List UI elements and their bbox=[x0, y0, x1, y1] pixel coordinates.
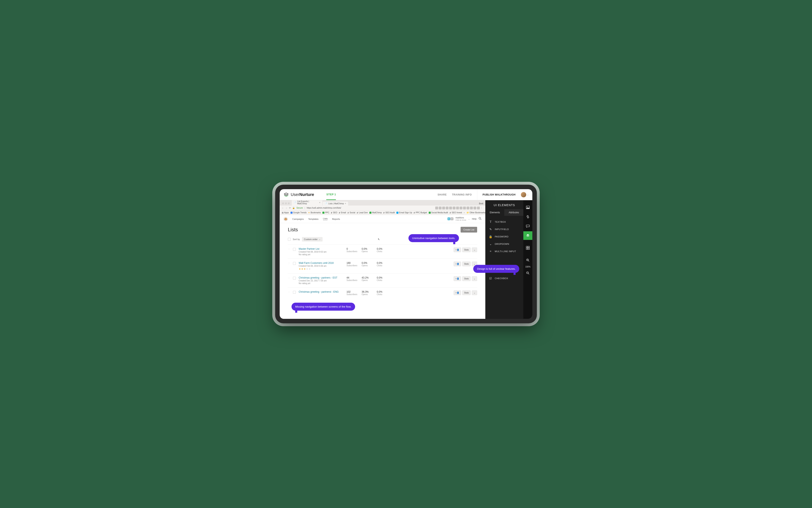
bookmark-item[interactable]: Email Sign Up bbox=[396, 211, 412, 214]
nav-lists[interactable]: Lists bbox=[323, 217, 328, 221]
row-menu-button[interactable]: ⌄ bbox=[472, 248, 477, 252]
sort-dropdown[interactable]: Custom order⌄ bbox=[302, 237, 323, 242]
extension-icon[interactable] bbox=[459, 207, 462, 209]
element-password[interactable]: 🔒PASSWORD bbox=[485, 233, 523, 240]
row-menu-button[interactable]: ⌄ bbox=[472, 276, 477, 281]
rail-zoom-in-icon[interactable] bbox=[523, 256, 532, 264]
row-checkbox[interactable] bbox=[293, 291, 296, 294]
drag-handle-icon[interactable]: ⋮ bbox=[288, 262, 290, 265]
menu-icon[interactable]: ⋮ bbox=[481, 207, 483, 209]
add-user-button[interactable]: +👤 bbox=[454, 276, 461, 281]
url-text[interactable]: https://us6.admin.mailchimp.com/lists/ bbox=[307, 207, 341, 209]
browser-tab-1[interactable]: 📄List Exports | MailChimp× bbox=[292, 200, 322, 206]
training-info-link[interactable]: TRAINING INFO bbox=[452, 193, 472, 196]
row-checkbox[interactable] bbox=[293, 262, 296, 265]
bookmark-other[interactable]: 📁Other Bookmarks bbox=[466, 211, 485, 214]
mailchimp-logo[interactable]: 🐵 bbox=[283, 217, 288, 221]
notification-badge[interactable]: 6M bbox=[448, 217, 454, 220]
bookmark-item[interactable]: FLead Gen bbox=[357, 211, 368, 214]
tab-attributes[interactable]: Attributes bbox=[504, 209, 523, 216]
extension-icon[interactable] bbox=[439, 207, 442, 209]
drag-handle-icon[interactable]: ⋮ bbox=[288, 276, 290, 279]
publish-button[interactable]: PUBLISH WALKTHROUGH bbox=[477, 189, 516, 200]
drag-handle-icon[interactable]: ⋮ bbox=[288, 290, 290, 293]
extension-icon[interactable] bbox=[466, 207, 469, 209]
bookmark-item[interactable]: MailChimp bbox=[369, 211, 382, 214]
nav-reports[interactable]: Reports bbox=[332, 218, 340, 220]
stats-button[interactable]: Stats bbox=[462, 262, 470, 266]
forward-icon[interactable]: → bbox=[285, 207, 287, 209]
bookmark-item[interactable]: Social Media Audit bbox=[429, 211, 448, 214]
close-icon[interactable]: × bbox=[319, 202, 320, 204]
nav-help[interactable]: Help bbox=[472, 218, 477, 220]
stats-button[interactable]: Stats bbox=[462, 276, 470, 281]
close-icon[interactable]: × bbox=[345, 203, 346, 205]
stat-clicks: 0.0% bbox=[377, 262, 389, 264]
element-textbox[interactable]: TTEXTBOX bbox=[485, 218, 523, 225]
search-icon[interactable] bbox=[479, 217, 482, 221]
extension-icon[interactable] bbox=[470, 207, 473, 209]
tab-elements[interactable]: Elements bbox=[485, 209, 504, 216]
element-checkbox[interactable]: ☑CHECKBOX bbox=[485, 274, 523, 282]
list-title-link[interactable]: Wall Farm Customers until 2018 bbox=[299, 262, 344, 264]
app-logo[interactable]: UserNurture bbox=[283, 192, 314, 198]
row-menu-button[interactable]: ⌄ bbox=[472, 290, 477, 295]
user-menu[interactable]: ⌄ bbox=[521, 192, 529, 197]
select-all-checkbox[interactable] bbox=[288, 238, 291, 241]
add-user-button[interactable]: +👤 bbox=[454, 262, 461, 266]
drag-handle-icon[interactable]: ⋮ bbox=[288, 248, 290, 251]
create-list-button[interactable]: Create List bbox=[461, 227, 477, 232]
extension-icon[interactable] bbox=[463, 207, 466, 209]
rail-image-icon[interactable] bbox=[523, 203, 532, 212]
rail-zoom-out-icon[interactable] bbox=[523, 269, 532, 277]
stats-button[interactable]: Stats bbox=[462, 290, 470, 295]
bookmark-item[interactable]: PPC bbox=[322, 211, 329, 214]
add-user-button[interactable]: +👤 bbox=[454, 248, 461, 252]
list-title-link[interactable]: Christmas greeting - partnerst - ENG bbox=[299, 290, 344, 293]
bookmark-apps[interactable]: ▦Apps bbox=[282, 211, 289, 214]
extension-icon[interactable] bbox=[435, 207, 438, 209]
list-title-link[interactable]: Christmas greeting - partners - EST bbox=[299, 276, 344, 279]
bookmark-item[interactable]: FPPC Budget bbox=[414, 211, 427, 214]
list-title-link[interactable]: Master Partner List bbox=[299, 248, 344, 250]
bookmark-item[interactable]: FSEO bbox=[331, 211, 337, 214]
bookmark-item[interactable]: ★Bookmarks bbox=[308, 211, 321, 214]
rail-layers-icon[interactable] bbox=[523, 231, 532, 240]
extension-icon[interactable] bbox=[473, 207, 476, 209]
row-checkbox[interactable] bbox=[293, 277, 296, 280]
extension-icon[interactable] bbox=[442, 207, 445, 209]
row-checkbox[interactable] bbox=[293, 248, 296, 251]
rail-comment-icon[interactable] bbox=[523, 222, 532, 230]
extension-icon[interactable] bbox=[449, 207, 452, 209]
reload-icon[interactable]: ⟳ bbox=[289, 207, 291, 209]
chevron-down-icon[interactable]: ⌄ bbox=[468, 218, 470, 220]
rail-grid-icon[interactable] bbox=[523, 244, 532, 252]
panel-title: UI ELEMENTS bbox=[485, 204, 523, 207]
bookmark-item[interactable]: FSocial bbox=[348, 211, 355, 214]
stats-button[interactable]: Stats bbox=[462, 248, 470, 252]
account-switcher[interactable]: markitors Click & Grow bbox=[455, 217, 466, 221]
share-link[interactable]: SHARE bbox=[438, 193, 447, 196]
back-icon[interactable]: ← bbox=[282, 207, 284, 209]
stat-label: Opens bbox=[362, 293, 374, 296]
extension-icon[interactable] bbox=[456, 207, 459, 209]
element-inputfield[interactable]: ✎INPUTFIELD bbox=[485, 225, 523, 233]
element-dropdown[interactable]: ⌄DROPDOWN bbox=[485, 240, 523, 248]
extension-icon[interactable] bbox=[477, 207, 480, 209]
bookmark-item[interactable]: FEmail bbox=[339, 211, 346, 214]
bookmark-item[interactable]: FSEO Audit bbox=[383, 211, 395, 214]
element-multiline[interactable]: ≡MULTI-LINE INPUT bbox=[485, 248, 523, 255]
rail-link-icon[interactable] bbox=[523, 212, 532, 221]
tab-step-1[interactable]: STEP 1 bbox=[326, 189, 336, 200]
extension-icon[interactable] bbox=[446, 207, 449, 209]
svg-rect-4 bbox=[526, 246, 528, 248]
bookmark-item[interactable]: Google Trends bbox=[290, 211, 307, 214]
folder-icon: 📁 bbox=[466, 211, 469, 214]
bookmark-item[interactable]: FSEO Invest bbox=[450, 211, 462, 214]
nav-templates[interactable]: Templates bbox=[308, 218, 318, 220]
browser-profile[interactable]: Brett bbox=[479, 203, 485, 206]
add-user-button[interactable]: +👤 bbox=[454, 290, 461, 295]
nav-campaigns[interactable]: Campaigns bbox=[292, 218, 304, 220]
browser-tab-2[interactable]: 📄Lists | MailChimp× bbox=[323, 202, 348, 206]
extension-icon[interactable] bbox=[453, 207, 455, 209]
